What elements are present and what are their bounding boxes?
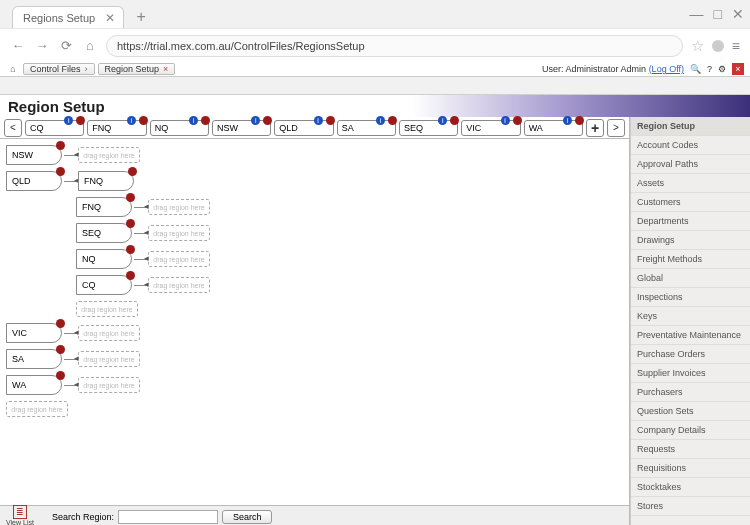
drop-zone[interactable]: drag region here — [148, 225, 210, 241]
region-tab-qld[interactable]: QLDi — [274, 120, 333, 136]
region-node-seq[interactable]: SEQ — [76, 223, 132, 243]
remove-icon[interactable] — [56, 345, 65, 354]
close-icon[interactable]: × — [163, 64, 168, 74]
window-close-icon[interactable]: ✕ — [732, 6, 744, 22]
remove-icon[interactable] — [126, 245, 135, 254]
drop-zone[interactable]: drag region here — [148, 199, 210, 215]
profile-icon[interactable] — [712, 40, 724, 52]
window-maximize-icon[interactable]: □ — [714, 6, 722, 22]
sidebar-item[interactable]: Global — [631, 269, 750, 288]
region-tab-wa[interactable]: WAi — [524, 120, 583, 136]
scroll-right-button[interactable]: > — [607, 119, 625, 137]
region-tab-seq[interactable]: SEQi — [399, 120, 458, 136]
forward-icon[interactable]: → — [34, 38, 50, 54]
search-button[interactable]: Search — [222, 510, 273, 524]
info-icon[interactable]: i — [438, 116, 447, 125]
region-node-nsw[interactable]: NSW — [6, 145, 62, 165]
region-node-wa[interactable]: WA — [6, 375, 62, 395]
window-minimize-icon[interactable]: — — [690, 6, 704, 22]
remove-icon[interactable] — [128, 167, 137, 176]
region-tab-fnq[interactable]: FNQi — [87, 120, 146, 136]
menu-icon[interactable]: ≡ — [732, 38, 740, 54]
remove-icon[interactable] — [575, 116, 584, 125]
remove-icon[interactable] — [56, 371, 65, 380]
region-node-qld[interactable]: QLD — [6, 171, 62, 191]
breadcrumb-item[interactable]: Region Setup× — [98, 63, 176, 75]
drop-zone[interactable]: drag region here — [78, 147, 140, 163]
home-icon[interactable]: ⌂ — [82, 38, 98, 54]
add-region-button[interactable]: + — [586, 119, 604, 137]
breadcrumb-item[interactable]: Control Files — [23, 63, 95, 75]
region-tab-nq[interactable]: NQi — [150, 120, 209, 136]
drop-zone[interactable]: drag region here — [78, 377, 140, 393]
info-icon[interactable]: i — [501, 116, 510, 125]
region-node-cq[interactable]: CQ — [76, 275, 132, 295]
settings-icon[interactable]: ⚙ — [718, 64, 726, 74]
region-tab-cq[interactable]: CQi — [25, 120, 84, 136]
sidebar-item[interactable]: Keys — [631, 307, 750, 326]
sidebar-item[interactable]: Approval Paths — [631, 155, 750, 174]
new-tab-button[interactable]: + — [130, 6, 152, 28]
remove-icon[interactable] — [56, 141, 65, 150]
app-close-icon[interactable]: × — [732, 63, 744, 75]
remove-icon[interactable] — [388, 116, 397, 125]
view-list-button[interactable]: ≣ View List — [6, 505, 34, 525]
drop-zone[interactable]: drag region here — [148, 251, 210, 267]
remove-icon[interactable] — [450, 116, 459, 125]
info-icon[interactable]: i — [251, 116, 260, 125]
sidebar-item[interactable]: Supplier Invoices — [631, 364, 750, 383]
region-node-vic[interactable]: VIC — [6, 323, 62, 343]
sidebar-item[interactable]: Preventative Maintenance — [631, 326, 750, 345]
remove-icon[interactable] — [513, 116, 522, 125]
close-icon[interactable]: ✕ — [105, 11, 115, 25]
sidebar-item[interactable]: Purchasers — [631, 383, 750, 402]
remove-icon[interactable] — [263, 116, 272, 125]
remove-icon[interactable] — [76, 116, 85, 125]
sidebar-item[interactable]: Stores — [631, 497, 750, 516]
sidebar-item[interactable]: Region Setup — [631, 117, 750, 136]
remove-icon[interactable] — [201, 116, 210, 125]
drop-zone[interactable]: drag region here — [76, 301, 138, 317]
reload-icon[interactable]: ⟳ — [58, 38, 74, 54]
drop-zone[interactable]: drag region here — [78, 351, 140, 367]
help-icon[interactable]: ? — [707, 64, 712, 74]
sidebar-item[interactable]: Requests — [631, 440, 750, 459]
region-node-nq[interactable]: NQ — [76, 249, 132, 269]
remove-icon[interactable] — [126, 219, 135, 228]
app-home-icon[interactable]: ⌂ — [6, 64, 20, 74]
region-tab-sa[interactable]: SAi — [337, 120, 396, 136]
sidebar-item[interactable]: Assets — [631, 174, 750, 193]
info-icon[interactable]: i — [127, 116, 136, 125]
drop-zone[interactable]: drag region here — [78, 325, 140, 341]
sidebar-item[interactable]: Requisitions — [631, 459, 750, 478]
region-node-fnq[interactable]: FNQ — [76, 197, 132, 217]
region-node-sa[interactable]: SA — [6, 349, 62, 369]
region-tab-nsw[interactable]: NSWi — [212, 120, 271, 136]
region-node-fnq[interactable]: FNQ — [78, 171, 134, 191]
logoff-link[interactable]: (Log Off) — [649, 64, 684, 74]
sidebar-item[interactable]: Question Sets — [631, 402, 750, 421]
sidebar-item[interactable]: Company Details — [631, 421, 750, 440]
sidebar-item[interactable]: Departments — [631, 212, 750, 231]
address-bar[interactable]: https://trial.mex.com.au/ControlFiles/Re… — [106, 35, 683, 57]
info-icon[interactable]: i — [314, 116, 323, 125]
drop-zone[interactable]: drag region here — [6, 401, 68, 417]
search-input[interactable] — [118, 510, 218, 524]
remove-icon[interactable] — [126, 271, 135, 280]
info-icon[interactable]: i — [189, 116, 198, 125]
remove-icon[interactable] — [139, 116, 148, 125]
scroll-left-button[interactable]: < — [4, 119, 22, 137]
remove-icon[interactable] — [326, 116, 335, 125]
info-icon[interactable]: i — [563, 116, 572, 125]
sidebar-item[interactable]: Purchase Orders — [631, 345, 750, 364]
bookmark-icon[interactable]: ☆ — [691, 37, 704, 55]
sidebar-item[interactable]: Stocktakes — [631, 478, 750, 497]
drop-zone[interactable]: drag region here — [148, 277, 210, 293]
sidebar-item[interactable]: Inspections — [631, 288, 750, 307]
remove-icon[interactable] — [126, 193, 135, 202]
sidebar-item[interactable]: Drawings — [631, 231, 750, 250]
region-tab-vic[interactable]: VICi — [461, 120, 520, 136]
sidebar-item[interactable]: Customers — [631, 193, 750, 212]
remove-icon[interactable] — [56, 319, 65, 328]
info-icon[interactable]: i — [376, 116, 385, 125]
